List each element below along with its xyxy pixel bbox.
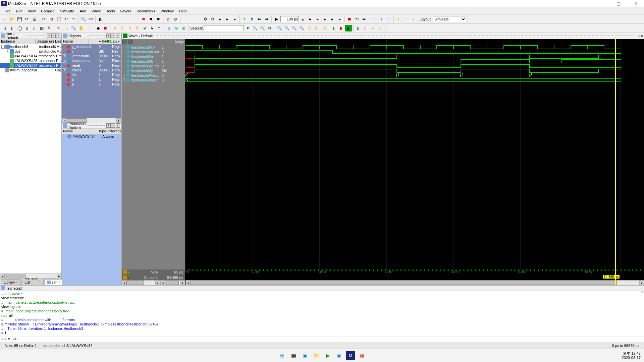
- wave-signal-row[interactable]: /testbench3/b: [122, 59, 160, 64]
- expander-icon[interactable]: +: [63, 54, 66, 58]
- process-row[interactable]: #ALWAYS#34Always: [62, 134, 121, 139]
- redo-icon[interactable]: ↷: [70, 16, 77, 22]
- marker-icon[interactable]: ↕: [395, 16, 402, 22]
- scroll-right-icon[interactable]: ▸: [639, 281, 644, 285]
- scroll-right-icon[interactable]: ▸: [180, 281, 185, 285]
- col2-icon[interactable]: ▯: [9, 25, 15, 32]
- minimize-button[interactable]: —: [594, 1, 608, 6]
- j2-icon[interactable]: ↳: [119, 25, 126, 32]
- find-icon[interactable]: 🔍: [80, 16, 87, 22]
- wave-opt2-icon[interactable]: [128, 40, 132, 44]
- stop-red-icon[interactable]: ⏹: [102, 25, 109, 32]
- col5-icon[interactable]: ▯: [31, 25, 38, 32]
- fwd-icon[interactable]: ➡: [263, 16, 270, 22]
- sim-col-dt[interactable]: Des: [54, 39, 61, 44]
- sim-col-du[interactable]: Design unit: [36, 39, 54, 44]
- new-icon[interactable]: ▫: [1, 16, 8, 22]
- run-icon[interactable]: ▶: [273, 16, 280, 22]
- folder-icon[interactable]: [123, 276, 127, 280]
- menu-view[interactable]: View: [25, 8, 39, 14]
- col6-icon[interactable]: ▤: [38, 25, 45, 32]
- sim2-icon[interactable]: ▸: [224, 16, 231, 22]
- marker2-icon[interactable]: ↕: [402, 16, 409, 22]
- wave2-icon[interactable]: ▮: [338, 25, 344, 32]
- save-icon[interactable]: 💾: [16, 16, 23, 22]
- start-icon[interactable]: ⊞: [277, 351, 287, 360]
- wave-signal-row[interactable]: /testbench3/y: [122, 68, 160, 73]
- object-row[interactable]: reset0Regi...: [62, 63, 121, 68]
- step-icon[interactable]: ↑: [241, 16, 248, 22]
- task-explorer-icon[interactable]: ▦: [289, 351, 298, 360]
- cursor-del-icon[interactable]: ↕: [378, 16, 385, 22]
- wave-signal-row[interactable]: /testbench3/clk: [122, 45, 160, 50]
- menu-tools[interactable]: Tools: [104, 8, 118, 14]
- cursor-add-icon[interactable]: ↕: [371, 16, 377, 22]
- back-icon[interactable]: ⬅: [256, 16, 263, 22]
- wave5-icon[interactable]: ▯: [362, 25, 369, 32]
- processes-tree[interactable]: #ALWAYS#34Always: [62, 134, 121, 285]
- obj-col-name[interactable]: Name: [62, 39, 89, 44]
- collapse-icon[interactable]: ⊖: [173, 25, 180, 32]
- sim-row[interactable]: #vsim_capacity#Cap: [0, 68, 61, 72]
- expander-icon[interactable]: -: [1, 45, 5, 49]
- break-icon[interactable]: ✖: [140, 16, 147, 22]
- run-break-icon[interactable]: ▸: [336, 16, 343, 22]
- expand-icon[interactable]: ⊕: [166, 25, 172, 32]
- object-row[interactable]: +errors0000...Pack...: [62, 68, 121, 72]
- expander-icon[interactable]: +: [63, 59, 66, 63]
- stop-icon[interactable]: ⏹: [346, 16, 353, 22]
- j7-icon[interactable]: ↰: [156, 25, 163, 32]
- run-step2-icon[interactable]: ▸: [314, 16, 321, 22]
- sim-dock-button[interactable]: ▫: [51, 34, 56, 38]
- sim-add-button[interactable]: +: [47, 34, 51, 38]
- task-folder-icon[interactable]: 📁: [312, 351, 321, 360]
- up-icon[interactable]: ⬆: [249, 16, 255, 22]
- close-button[interactable]: ✕: [629, 1, 643, 6]
- sim-close-button[interactable]: ×: [56, 34, 60, 38]
- proc-col-type[interactable]: Type (filtered): [97, 129, 121, 134]
- run-step-icon[interactable]: ▸: [307, 16, 314, 22]
- select-icon[interactable]: ⬚: [63, 25, 69, 32]
- search-input[interactable]: [204, 25, 244, 31]
- proc-add-button[interactable]: +: [106, 123, 111, 128]
- object-row[interactable]: +testvectorsNot L...Fixe...: [62, 58, 121, 63]
- end-icon[interactable]: ⏭: [361, 16, 368, 22]
- expander-icon[interactable]: +: [6, 50, 9, 53]
- marker3-icon[interactable]: ↕: [410, 16, 417, 22]
- scroll-right-icon[interactable]: ▸: [116, 118, 121, 123]
- wave-signal-row[interactable]: +/testbench3/vector...: [122, 73, 160, 78]
- zoom-in-icon[interactable]: 🔍: [276, 25, 283, 32]
- hier2-icon[interactable]: ⬡: [313, 25, 320, 32]
- wave7-icon[interactable]: ⌐: [377, 25, 384, 32]
- tab-close-icon[interactable]: ×: [16, 281, 18, 284]
- wave-close-button[interactable]: ×: [641, 34, 643, 38]
- transcript-body[interactable]: # add wave *view structure# .main_pane.s…: [0, 291, 644, 336]
- restart-icon[interactable]: ⟲: [354, 16, 360, 22]
- object-row[interactable]: a1Regi...: [62, 82, 121, 86]
- proc-col-name[interactable]: Name: [62, 129, 97, 134]
- hier3-icon[interactable]: ⬡: [321, 25, 327, 32]
- menu-bookmarks[interactable]: Bookmarks: [134, 8, 158, 14]
- expander-icon[interactable]: +: [63, 68, 66, 72]
- expander-icon[interactable]: +: [123, 78, 126, 82]
- sim-icon[interactable]: ▸: [217, 16, 223, 22]
- taskbar-clock[interactable]: 오후 12:47 2023-08-17: [622, 351, 641, 360]
- paste-icon[interactable]: 📋: [55, 16, 62, 22]
- scroll-right-icon[interactable]: ▸: [155, 281, 160, 285]
- sim-row[interactable]: #ALWAYS#34testbench3Pro: [0, 63, 61, 68]
- objects-tree[interactable]: y_expected0Regi...ySt0Net+vectornum0000.…: [62, 44, 121, 118]
- menu-edit[interactable]: Edit: [13, 8, 25, 14]
- layout-select[interactable]: Simulate: [433, 16, 466, 22]
- cursor-line[interactable]: [615, 39, 616, 285]
- trans-dock-button[interactable]: ▫: [641, 286, 643, 290]
- menu-add[interactable]: Add: [77, 8, 89, 14]
- col7-icon[interactable]: ✎: [46, 25, 52, 32]
- object-row[interactable]: clk1Regi...: [62, 72, 121, 77]
- edit-cursor-icon[interactable]: │: [85, 25, 92, 32]
- menu-file[interactable]: File: [2, 8, 13, 14]
- search-opt-icon[interactable]: ⚙: [267, 25, 273, 32]
- proc-close-button[interactable]: ×: [116, 123, 120, 128]
- wave-signal-row[interactable]: +/testbench3/errors: [122, 78, 160, 82]
- wave6-icon[interactable]: ⌐: [370, 25, 376, 32]
- copy-icon[interactable]: ⧉: [48, 16, 55, 22]
